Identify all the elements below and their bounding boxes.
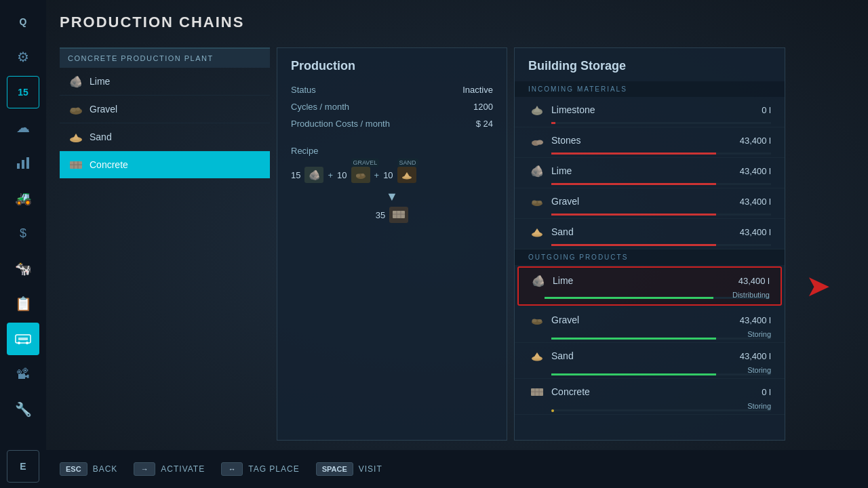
stones-bar-wrap — [551, 152, 771, 155]
lime-in-icon: 🪨 — [528, 163, 546, 178]
sidebar-icon-projector[interactable]: 📽 — [7, 358, 39, 390]
limestone-bar-wrap — [551, 122, 771, 124]
lime-in-bar — [551, 183, 716, 185]
key-esc[interactable]: ESC — [60, 462, 87, 476]
svg-marker-11 — [73, 134, 79, 140]
sand-in-bar-wrap — [551, 244, 771, 246]
ingredient-amount-1: 15 — [291, 170, 300, 180]
stat-value-costs: $ 24 — [476, 119, 493, 129]
concrete-out-bar-wrap — [551, 409, 771, 411]
svg-point-17 — [356, 174, 360, 178]
sidebar-icon-e[interactable]: E — [7, 450, 39, 483]
ingredient-tag-sand: SAND — [397, 159, 418, 167]
stones-bar — [551, 152, 716, 155]
sidebar-icon-weather[interactable]: ☁ — [7, 111, 39, 144]
item-name-lime-out: Lime — [553, 275, 733, 286]
storage-item-sand-in[interactable]: Sand 43,400 l — [515, 219, 785, 249]
stat-label-status: Status — [291, 85, 316, 95]
key-activate[interactable]: → — [134, 462, 155, 476]
svg-point-35 — [532, 319, 537, 323]
gravel-out-icon — [528, 312, 546, 327]
key-binding-esc: ESC BACK — [60, 462, 117, 476]
svg-point-6 — [26, 342, 28, 344]
production-chains-panel: CONCRETE PRODUCTION PLANT 🪨 Lime Gravel … — [60, 47, 270, 441]
gravel-icon — [68, 102, 84, 116]
storage-item-lime-out[interactable]: 🪨 Lime 43,400 l Distributing — [517, 266, 782, 306]
gravel-in-icon — [528, 194, 546, 209]
storage-item-gravel-in[interactable]: Gravel 43,400 l — [515, 188, 785, 219]
sidebar-icon-production[interactable] — [7, 323, 39, 355]
svg-point-28 — [536, 140, 543, 145]
svg-point-9 — [76, 108, 80, 111]
sidebar-icon-tasks[interactable]: 📋 — [7, 287, 39, 320]
storage-item-gravel-out[interactable]: Gravel 43,400 l Storing — [515, 307, 785, 343]
concrete-out-icon — [528, 384, 546, 399]
sand-out-status: Storing — [747, 366, 771, 374]
storage-item-concrete-out[interactable]: Concrete 0 l Storing — [515, 379, 785, 415]
result-icon-concrete — [389, 207, 408, 223]
stat-value-status: Inactive — [462, 85, 493, 95]
item-name-concrete-out: Concrete — [551, 386, 756, 397]
sidebar-icon-settings[interactable]: ⚙ — [7, 41, 39, 73]
chain-item-gravel[interactable]: Gravel — [60, 96, 270, 123]
ingredient-tag-lime — [304, 159, 309, 160]
sidebar-icon-money[interactable]: $ — [7, 217, 39, 249]
stat-label-cycles: Cycles / month — [291, 102, 349, 112]
stat-row-costs: Production Costs / month $ 24 — [291, 115, 493, 132]
item-name-sand-in: Sand — [551, 226, 734, 237]
chain-item-concrete[interactable]: Concrete — [60, 151, 270, 179]
gravel-in-bar — [551, 214, 716, 216]
item-name-lime-in: Lime — [551, 165, 734, 176]
item-name-limestone: Limestone — [551, 104, 756, 115]
sand-in-icon — [528, 224, 546, 239]
ingredient-sep-1: + — [328, 170, 333, 180]
svg-marker-20 — [403, 172, 410, 178]
chain-item-label: Lime — [90, 76, 110, 87]
chain-item-lime[interactable]: 🪨 Lime — [60, 68, 270, 96]
sand-out-bar — [551, 373, 716, 375]
ingredient-amount-2: 10 — [337, 170, 347, 180]
storage-item-lime-out-wrap: 🪨 Lime 43,400 l Distributing ➤ — [517, 266, 782, 306]
chain-item-label: Sand — [90, 131, 112, 142]
result-amount: 35 — [376, 210, 385, 220]
recipe-arrow: ▼ — [291, 190, 493, 204]
lime-out-status: Distributing — [732, 291, 770, 299]
item-value-gravel-out: 43,400 l — [740, 315, 771, 325]
key-binding-visit: SPACE VISIT — [316, 462, 382, 476]
key-binding-activate: → ACTIVATE — [134, 462, 205, 476]
svg-rect-0 — [17, 163, 20, 169]
sidebar-icon-animals[interactable]: 🐄 — [7, 252, 39, 285]
item-value-sand-out: 43,400 l — [740, 351, 771, 361]
concrete-out-bar — [551, 409, 554, 412]
chain-item-label: Gravel — [90, 104, 117, 115]
svg-marker-38 — [533, 352, 541, 359]
gravel-out-status: Storing — [747, 330, 771, 338]
storage-item-lime-in[interactable]: 🪨 Lime 43,400 l — [515, 158, 785, 188]
sidebar-icon-calendar[interactable]: 15 — [7, 76, 39, 108]
key-tagplace[interactable]: ↔ — [221, 462, 243, 476]
sidebar-icon-stats[interactable] — [7, 146, 39, 179]
storage-item-limestone[interactable]: Limestone 0 l — [515, 97, 785, 127]
ingredient-icon-gravel — [351, 167, 370, 183]
item-value-lime-in: 43,400 l — [740, 166, 771, 176]
key-binding-tagplace: ↔ TAG PLACE — [221, 462, 299, 476]
sidebar-icon-vehicle[interactable]: 🚜 — [7, 182, 39, 214]
outgoing-label: OUTGOING PRODUCTS — [515, 249, 785, 265]
limestone-bar — [551, 122, 555, 124]
key-visit[interactable]: SPACE — [316, 462, 353, 476]
label-tagplace: TAG PLACE — [248, 464, 299, 474]
sand-out-icon — [528, 348, 546, 363]
chain-item-sand[interactable]: Sand — [60, 123, 270, 151]
gravel-in-bar-wrap — [551, 214, 771, 216]
item-value-concrete-out: 0 l — [762, 387, 771, 397]
ingredient-sep-2: + — [374, 170, 380, 180]
sidebar-icon-q[interactable]: Q — [7, 5, 39, 38]
svg-point-18 — [361, 174, 364, 176]
storage-item-stones[interactable]: Stones 43,400 l — [515, 127, 785, 158]
storage-item-sand-out[interactable]: Sand 43,400 l Storing — [515, 343, 785, 379]
stat-row-status: Status Inactive — [291, 81, 493, 98]
plant-header: CONCRETE PRODUCTION PLANT — [60, 47, 270, 68]
label-activate: ACTIVATE — [161, 464, 205, 474]
sidebar-icon-tools[interactable]: 🔧 — [7, 393, 39, 426]
stat-label-costs: Production Costs / month — [291, 119, 390, 129]
